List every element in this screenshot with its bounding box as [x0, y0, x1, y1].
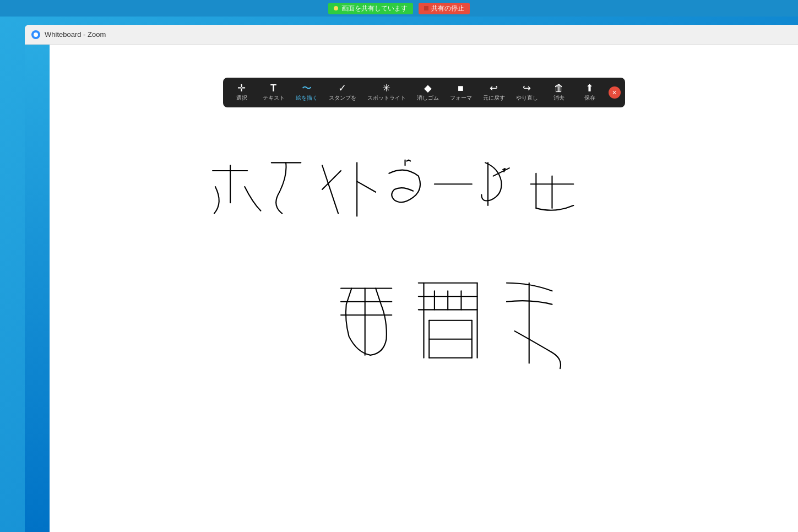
red-square-icon: [424, 6, 428, 10]
toolbar-form[interactable]: ■ フォーマ: [446, 81, 476, 104]
text-label: テキスト: [263, 94, 285, 102]
toolbar-redo[interactable]: ↪ やり直し: [512, 81, 542, 104]
stamp-label: スタンプを: [329, 94, 356, 102]
toolbar-close-button[interactable]: ×: [609, 86, 621, 99]
left-sidebar: [25, 45, 50, 532]
sharing-indicator: 画面を共有しています: [328, 3, 413, 14]
spotlight-icon: ✳: [382, 83, 390, 93]
draw-label: 絵を描く: [296, 94, 318, 102]
window-title: Whiteboard - Zoom: [45, 30, 106, 39]
eraser-label: 消しゴム: [417, 94, 439, 102]
zoom-logo-icon: [31, 30, 40, 39]
toolbar-save[interactable]: ⬆ 保存: [576, 81, 604, 104]
title-bar: Whiteboard - Zoom: [25, 25, 798, 45]
save-label: 保存: [584, 94, 595, 102]
close-icon: ×: [612, 88, 616, 97]
toolbar-text[interactable]: T テキスト: [258, 81, 289, 104]
stop-sharing-label: 共有の停止: [431, 4, 464, 13]
select-icon: ✛: [237, 83, 246, 93]
clear-icon: 🗑: [554, 83, 564, 93]
toolbar-draw[interactable]: 〜 絵を描く: [291, 81, 322, 104]
stop-sharing-button[interactable]: 共有の停止: [419, 3, 470, 14]
toolbar-clear[interactable]: 🗑 消去: [545, 81, 573, 104]
undo-label: 元に戻す: [483, 94, 505, 102]
redo-icon: ↪: [523, 83, 531, 93]
undo-icon: ↩: [490, 83, 498, 93]
redo-label: やり直し: [516, 94, 538, 102]
spotlight-label: スポットライト: [367, 94, 406, 102]
toolbar-spotlight[interactable]: ✳ スポットライト: [363, 81, 410, 104]
handwriting-canvas: [50, 45, 798, 532]
toolbar-undo[interactable]: ↩ 元に戻す: [479, 81, 509, 104]
clear-label: 消去: [553, 94, 564, 102]
eraser-icon: ◆: [424, 83, 432, 93]
zoom-top-bar: 画面を共有しています 共有の停止: [0, 0, 798, 17]
toolbar: ✛ 選択 T テキスト 〜 絵を描く ✓ スタンプを ✳ スポットライト: [223, 78, 625, 107]
form-label: フォーマ: [450, 94, 472, 102]
text-icon: T: [270, 83, 276, 93]
draw-icon: 〜: [302, 83, 312, 93]
select-label: 選択: [236, 94, 247, 102]
sharing-dot: [334, 6, 338, 10]
toolbar-stamp[interactable]: ✓ スタンプを: [324, 81, 361, 104]
main-window: Whiteboard - Zoom ✛ 選択 T テキスト 〜 絵を描く ✓: [25, 25, 798, 532]
save-icon: ⬆: [585, 83, 594, 93]
form-icon: ■: [458, 83, 464, 93]
toolbar-eraser[interactable]: ◆ 消しゴム: [412, 81, 443, 104]
whiteboard-canvas[interactable]: ✛ 選択 T テキスト 〜 絵を描く ✓ スタンプを ✳ スポットライト: [50, 45, 798, 532]
stamp-icon: ✓: [338, 83, 346, 93]
sharing-text: 画面を共有しています: [341, 4, 408, 13]
toolbar-select[interactable]: ✛ 選択: [227, 81, 256, 104]
